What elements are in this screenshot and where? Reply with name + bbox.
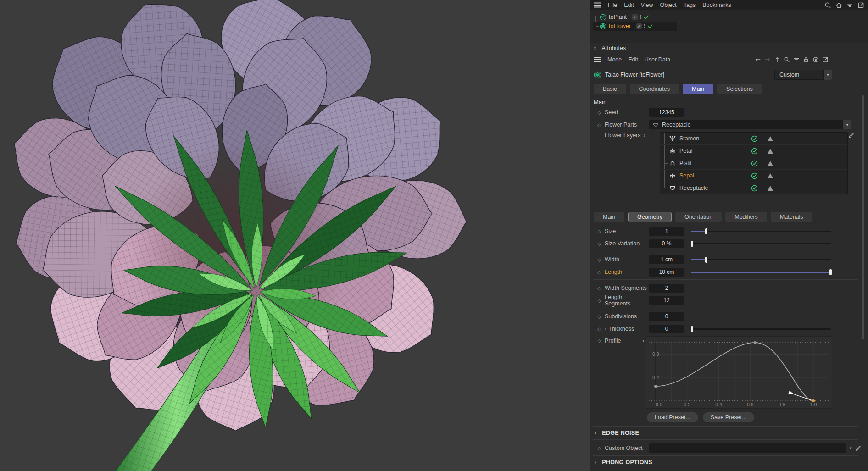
layer-enabled-check-icon[interactable]	[751, 160, 758, 167]
menu-edit[interactable]: Edit	[628, 56, 638, 63]
hamburger-menu-icon[interactable]	[594, 2, 601, 8]
flower-object-icon[interactable]	[600, 23, 606, 30]
layer-name[interactable]: Sepal	[679, 172, 694, 179]
expand-chevron-icon[interactable]: ›	[644, 132, 645, 139]
new-window-icon[interactable]	[822, 56, 829, 63]
object-name[interactable]: toFlower	[609, 23, 631, 29]
pick-pencil-icon[interactable]	[855, 445, 862, 452]
phong-options-section-header[interactable]: › PHONG OPTIONS	[595, 459, 868, 465]
expand-chevron-icon[interactable]: ›	[595, 430, 596, 436]
width-input[interactable]: 1 cm	[649, 255, 684, 264]
chevron-down-icon[interactable]: ▼	[843, 120, 851, 129]
profile-curve-editor[interactable]: 0.00.20.40.60.81.00.40.8	[646, 336, 832, 409]
chevron-down-icon[interactable]: ▼	[824, 70, 832, 80]
tab-main[interactable]: Main	[683, 84, 713, 94]
layer-row-receptacle[interactable]: Receptacle	[660, 182, 847, 194]
slider-handle[interactable]	[691, 326, 693, 332]
layer-name[interactable]: Receptacle	[679, 185, 708, 191]
slider-handle[interactable]	[691, 241, 693, 247]
save-preset-button[interactable]: Save Preset...	[703, 412, 755, 422]
keyframe-diamond-icon[interactable]: ◇	[594, 338, 605, 343]
scrollbar-thumb[interactable]	[862, 95, 864, 339]
home-icon[interactable]	[835, 2, 842, 9]
keyframe-diamond-icon[interactable]: ◇	[594, 298, 605, 303]
length-segments-input[interactable]: 12	[649, 296, 684, 305]
keyframe-diamond-icon[interactable]: ◇	[594, 229, 605, 234]
expand-chevron-icon[interactable]: ›	[605, 326, 606, 332]
edge-noise-section-header[interactable]: › EDGE NOISE	[595, 430, 868, 436]
edit-tag-icon[interactable]	[636, 23, 642, 29]
close-icon[interactable]: ×	[594, 45, 596, 51]
layer-row-pistil[interactable]: Pistil	[660, 157, 847, 170]
seed-input[interactable]: 12345	[649, 108, 684, 117]
hamburger-menu-icon[interactable]	[594, 57, 601, 62]
layer-up-triangle[interactable]	[768, 173, 773, 178]
search-icon[interactable]	[824, 2, 831, 9]
layer-up-triangle[interactable]	[768, 149, 773, 154]
filter-icon[interactable]	[793, 56, 800, 63]
subtab-main[interactable]: Main	[594, 212, 624, 222]
slider-handle[interactable]	[829, 269, 832, 275]
size-slider[interactable]	[691, 228, 831, 234]
layer-name[interactable]: Petal	[679, 148, 693, 154]
target-icon[interactable]	[812, 56, 819, 63]
keyframe-diamond-icon[interactable]: ◇	[594, 327, 605, 332]
viewport-3d[interactable]	[0, 0, 590, 471]
menu-bookmarks[interactable]: Bookmarks	[702, 2, 731, 8]
expand-chevron-icon[interactable]: ›	[642, 338, 644, 344]
width-segments-input[interactable]: 2	[649, 284, 684, 293]
layer-up-triangle[interactable]	[768, 161, 773, 166]
layer-up-triangle[interactable]	[768, 186, 773, 191]
layer-enabled-check-icon[interactable]	[751, 148, 758, 155]
keyframe-diamond-icon[interactable]: ◇	[594, 122, 605, 127]
object-row-toflower[interactable]: toFlower	[593, 22, 677, 31]
keyframe-diamond-icon[interactable]: ◇	[594, 446, 605, 451]
menu-file[interactable]: File	[608, 2, 617, 8]
size-variation-input[interactable]: 0 %	[649, 239, 684, 248]
keyframe-diamond-icon[interactable]: ◇	[594, 110, 605, 115]
layer-up-triangle[interactable]	[768, 136, 773, 141]
layer-row-sepal[interactable]: Sepal	[660, 170, 847, 182]
menu-edit[interactable]: Edit	[624, 2, 634, 8]
forward-arrow-icon[interactable]	[764, 56, 771, 63]
object-row-toplant[interactable]: toPlant	[593, 12, 677, 22]
size-variation-slider[interactable]	[691, 241, 831, 247]
layer-name[interactable]: Pistil	[679, 160, 691, 166]
keyframe-diamond-icon[interactable]: ◇	[594, 270, 605, 275]
menu-mode[interactable]: Mode	[607, 56, 622, 63]
layer-enabled-check-icon[interactable]	[751, 185, 758, 192]
keyframe-diamond-icon[interactable]: ◇	[594, 286, 605, 291]
slider-handle[interactable]	[705, 228, 707, 234]
plant-object-icon[interactable]	[600, 14, 606, 21]
object-name[interactable]: toPlant	[609, 14, 627, 20]
length-slider[interactable]	[691, 269, 831, 275]
keyframe-diamond-icon[interactable]: ◇	[594, 257, 605, 262]
custom-object-input[interactable]	[649, 443, 846, 453]
subtab-geometry[interactable]: Geometry	[628, 212, 672, 222]
load-preset-button[interactable]: Load Preset...	[647, 412, 698, 422]
layer-row-stamen[interactable]: Stamen	[660, 133, 847, 145]
thickness-input[interactable]: 0	[649, 325, 684, 333]
layer-name[interactable]: Stamen	[679, 135, 699, 142]
subdivisions-input[interactable]: 0	[649, 312, 684, 321]
subtab-modifiers[interactable]: Modifiers	[725, 212, 767, 222]
layer-enabled-check-icon[interactable]	[751, 135, 758, 142]
slider-handle[interactable]	[705, 257, 707, 263]
new-window-icon[interactable]	[857, 2, 864, 9]
tab-selections[interactable]: Selections	[717, 84, 762, 94]
visibility-dots[interactable]	[640, 15, 641, 19]
layer-enabled-check-icon[interactable]	[751, 172, 758, 179]
width-slider[interactable]	[691, 257, 831, 263]
keyframe-diamond-icon[interactable]: ◇	[594, 241, 605, 246]
layer-row-petal[interactable]: Petal	[660, 145, 847, 157]
flower-parts-dropdown[interactable]: Receptacle ▼	[649, 120, 851, 129]
search-icon[interactable]	[784, 56, 790, 63]
profile-curve-chart[interactable]: 0.00.20.40.60.81.00.40.8	[646, 337, 832, 408]
chevron-down-icon[interactable]: ▾	[850, 446, 852, 450]
menu-view[interactable]: View	[641, 2, 653, 8]
subtab-materials[interactable]: Materials	[771, 212, 812, 222]
subtab-orientation[interactable]: Orientation	[675, 212, 722, 222]
pick-pencil-icon[interactable]	[848, 132, 855, 139]
menu-object[interactable]: Object	[660, 2, 677, 8]
filter-icon[interactable]	[846, 2, 853, 9]
